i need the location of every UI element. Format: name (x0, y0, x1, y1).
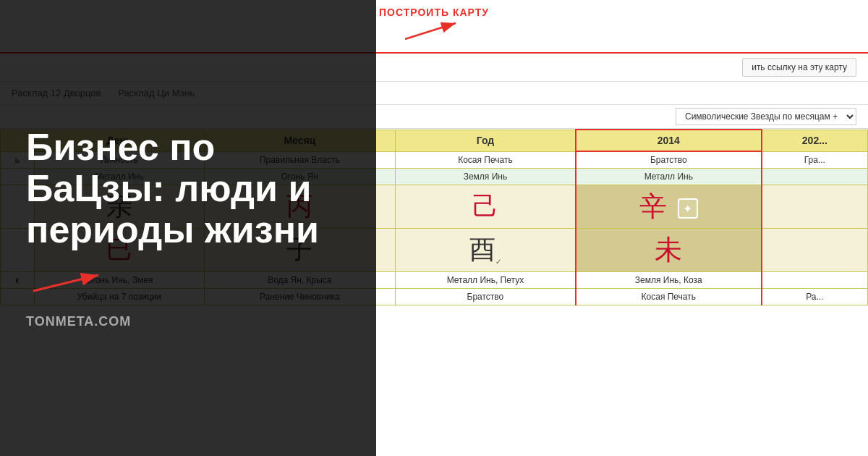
row-1-2014: Братство (576, 151, 762, 169)
arrow-decoration (391, 17, 477, 46)
svg-line-3 (33, 275, 98, 291)
star-icon (678, 198, 698, 219)
row-2-year-element: Земля Инь (395, 169, 575, 185)
row-5-year-animal: Металл Инь, Петух (395, 272, 575, 289)
build-map-button[interactable]: ПОСТРОИТЬ КАРТУ (379, 7, 489, 18)
row-3-2014-stem: 辛 (576, 185, 762, 229)
row-5-2020-animal (762, 272, 868, 289)
row-6-year-pillar: Братство (395, 289, 575, 305)
page-title: Бизнес по БаЦзы: люди и периоды жизни (26, 127, 350, 251)
row-5-2014-animal: Земля Инь, Коза (576, 272, 762, 289)
checkmark-icon: ✓ (495, 258, 501, 266)
row-4-year-branch: 酉✓ (395, 229, 575, 272)
site-label: TONMETA.COM (26, 314, 350, 329)
copy-link-button[interactable]: ить ссылку на эту карту (742, 58, 856, 77)
row-4-2014-branch: 未 (576, 229, 762, 272)
row-1-year: Косая Печать (395, 151, 575, 169)
row-1-2020: Гра... (762, 151, 868, 169)
svg-line-1 (405, 23, 456, 39)
col-header-2014: 2014 (576, 130, 762, 151)
row-2-2014-element: Металл Инь (576, 169, 762, 185)
row-2-2020-element (762, 169, 868, 185)
row-3-year-stem: 己 (395, 185, 575, 229)
overlay-panel: Бизнес по БаЦзы: люди и периоды жизни TO… (0, 0, 376, 456)
arrow-right-icon (26, 268, 113, 297)
row-6-2020-pillar: Ра... (762, 289, 868, 305)
stars-filter-select[interactable]: Символические Звезды по месяцам + (676, 108, 856, 125)
row-6-2014-pillar: Косая Печать (576, 289, 762, 305)
col-header-2020: 202... (762, 130, 868, 151)
row-3-2020-stem (762, 185, 868, 229)
row-4-2020-branch (762, 229, 868, 272)
col-header-year: Год (395, 130, 575, 151)
